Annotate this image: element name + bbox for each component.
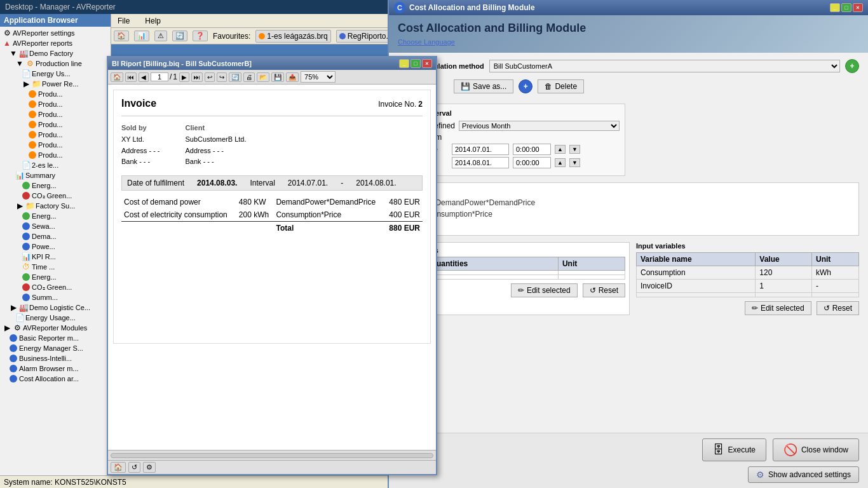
tree-produ2[interactable]: Produ... xyxy=(1,99,109,109)
vars-edit-selected-button[interactable]: ✏ Edit selected xyxy=(745,301,811,315)
bi-scrollbar-track[interactable] xyxy=(111,453,433,458)
tree-demo-factory[interactable]: ▼ 🏭 Demo Factory xyxy=(1,48,109,58)
tree-kpi[interactable]: 📊 KPI R... xyxy=(1,252,109,262)
bi-refresh-button[interactable]: 🔄 xyxy=(229,72,241,82)
end-time-input[interactable] xyxy=(513,157,551,168)
tree-avreporter-settings[interactable]: ⚙ AVReporter settings xyxy=(1,28,109,38)
toolbar-icon-1[interactable]: 🏠 xyxy=(114,30,129,41)
predefined-select[interactable]: Previous Month xyxy=(459,121,620,131)
bi-footer-settings-btn[interactable]: ⚙ xyxy=(143,462,156,473)
tree-produ7[interactable]: Produ... xyxy=(1,150,109,160)
energy2-icon xyxy=(22,273,31,281)
fav-item-1[interactable]: 1-es leágazás.brq xyxy=(255,30,330,43)
devices-reset-button[interactable]: ↺ Reset xyxy=(583,283,625,297)
show-advanced-button[interactable]: ⚙ Show advanced settings xyxy=(748,466,859,483)
tree-co2-2[interactable]: CO₂ Green... xyxy=(1,282,109,292)
start-time-up[interactable]: ▲ xyxy=(555,145,566,154)
tree-energy-fac[interactable]: Energ... xyxy=(1,211,109,221)
sold-by-party: Sold by XY Ltd. Address - - - Bank - - - xyxy=(121,124,160,168)
menu-help[interactable]: Help xyxy=(141,15,165,27)
end-time-up[interactable]: ▲ xyxy=(555,158,566,167)
bi-prev-page-button[interactable]: ◀ xyxy=(139,72,149,82)
tree-powe[interactable]: Powe... xyxy=(1,241,109,252)
footer-advanced-row: ⚙ Show advanced settings xyxy=(398,466,859,483)
tree-produ3[interactable]: Produ... xyxy=(1,109,109,119)
tree-production-line[interactable]: ▼ ⚙ Production line xyxy=(1,58,109,69)
tree-area: ⚙ AVReporter settings ▲ AVReporter repor… xyxy=(0,27,111,475)
tree-energy-usage[interactable]: 📄 Energy Us... xyxy=(1,69,109,79)
zoom-select[interactable]: 75% 100% 125% 150% xyxy=(301,71,336,83)
tree-energy-manager[interactable]: Energy Manager S... xyxy=(1,343,109,353)
reset-icon: ↺ xyxy=(590,286,596,295)
new-calc-button[interactable]: + xyxy=(519,79,532,93)
bi-save-button[interactable]: 💾 xyxy=(271,72,284,82)
ca-close-button[interactable]: × xyxy=(853,3,863,12)
bi-forward-button[interactable]: ↪ xyxy=(217,72,227,82)
add-calc-button[interactable]: + xyxy=(845,59,859,73)
desktop-title: Desktop - Manager - AVReporter xyxy=(5,3,116,11)
end-date-input[interactable] xyxy=(452,157,509,168)
total-label: Total xyxy=(273,221,384,234)
tree-produ4[interactable]: Produ... xyxy=(1,119,109,130)
tree-2es-le[interactable]: 📄 2-es le... xyxy=(1,160,109,170)
bi-last-page-button[interactable]: ⏭ xyxy=(191,72,203,82)
tree-factory-su[interactable]: ▶ 📁 Factory Su... xyxy=(1,201,109,211)
bi-minimize-button[interactable]: _ xyxy=(399,59,409,68)
start-time-input[interactable] xyxy=(513,144,551,155)
bi-home-button[interactable]: 🏠 xyxy=(111,72,123,82)
toolbar-icon-3[interactable]: ⚠ xyxy=(154,30,167,41)
bi-print-button[interactable]: 🖨 xyxy=(243,72,255,82)
bi-next-page-button[interactable]: ▶ xyxy=(179,72,189,82)
save-as-button[interactable]: 💾 Save as... xyxy=(454,79,513,93)
bi-first-page-button[interactable]: ⏮ xyxy=(125,72,137,82)
start-date-input[interactable] xyxy=(452,144,509,155)
bi-open-button[interactable]: 📂 xyxy=(257,72,269,82)
bi-maximize-button[interactable]: □ xyxy=(410,59,421,68)
toolbar-icon-4[interactable]: 🔄 xyxy=(172,30,187,41)
tree-basic-reporter[interactable]: Basic Reporter m... xyxy=(1,333,109,343)
tree-avreporter-modules[interactable]: ▶ ⚙ AVReporter Modules xyxy=(1,323,109,333)
tree-dema[interactable]: Dema... xyxy=(1,231,109,241)
choose-language-link[interactable]: Choose Language xyxy=(398,38,455,46)
bi-close-button[interactable]: × xyxy=(422,59,432,68)
tree-produ6[interactable]: Produ... xyxy=(1,140,109,150)
tree-produ1[interactable]: Produ... xyxy=(1,89,109,99)
bi-back-button[interactable]: ↩ xyxy=(205,72,215,82)
tree-co2[interactable]: CO₂ Green... xyxy=(1,191,109,201)
ca-minimize-button[interactable]: _ xyxy=(830,3,840,12)
tree-sewa[interactable]: Sewa... xyxy=(1,221,109,231)
tree-cost-allocation[interactable]: Cost Allocation ar... xyxy=(1,374,109,384)
vars-reset-button[interactable]: ↺ Reset xyxy=(817,301,859,315)
tree-business-intelli[interactable]: Business-Intelli... xyxy=(1,353,109,363)
bi-footer-btn[interactable]: 🏠 xyxy=(111,462,126,473)
close-window-button[interactable]: 🚫 Close window xyxy=(773,438,859,461)
page-number-input[interactable] xyxy=(151,72,168,81)
tree-energy-sum[interactable]: Energ... xyxy=(1,180,109,191)
bi-footer-rotate-btn[interactable]: ↺ xyxy=(128,462,140,473)
execute-button[interactable]: 🗄 Execute xyxy=(702,438,766,461)
tree-summ[interactable]: Summ... xyxy=(1,292,109,302)
tree-power-re[interactable]: ▶ 📁 Power Re... xyxy=(1,79,109,89)
end-time-down[interactable]: ▼ xyxy=(569,158,580,167)
tree-avreporter-reports[interactable]: ▲ AVReporter reports xyxy=(1,38,109,48)
bi-horizontal-scrollbar[interactable] xyxy=(108,450,436,460)
delete-button[interactable]: 🗑 Delete xyxy=(538,79,584,93)
ca-maximize-button[interactable]: □ xyxy=(841,3,851,12)
tree-produ5[interactable]: Produ... xyxy=(1,130,109,140)
tree-summary[interactable]: 📊 Summary xyxy=(1,170,109,180)
toolbar-icon-5[interactable]: ❓ xyxy=(193,30,208,41)
toolbar-icon-2[interactable]: 📊 xyxy=(134,30,149,41)
tree-time[interactable]: ⏱ Time ... xyxy=(1,262,109,272)
tree-alarm-browser[interactable]: Alarm Browser m... xyxy=(1,363,109,374)
devices-edit-selected-button[interactable]: ✏ Edit selected xyxy=(511,283,578,297)
var-row-1: Consumption 120 kWh xyxy=(637,266,859,280)
tree-demo-logistic[interactable]: ▶ 🏭 Demo Logistic Ce... xyxy=(1,302,109,313)
bi-export-button[interactable]: 📤 xyxy=(286,72,299,82)
tree-label: AVReporter settings xyxy=(13,29,75,37)
tree-energy-usage2[interactable]: 📄 Energy Usage... xyxy=(1,313,109,323)
bi-footer: 🏠 ↺ ⚙ xyxy=(108,460,436,474)
select-calc-dropdown[interactable]: Bill SubCustomerA xyxy=(489,60,840,72)
start-time-down[interactable]: ▼ xyxy=(569,145,580,154)
tree-energy2[interactable]: Energ... xyxy=(1,272,109,282)
menu-file[interactable]: File xyxy=(114,15,133,27)
